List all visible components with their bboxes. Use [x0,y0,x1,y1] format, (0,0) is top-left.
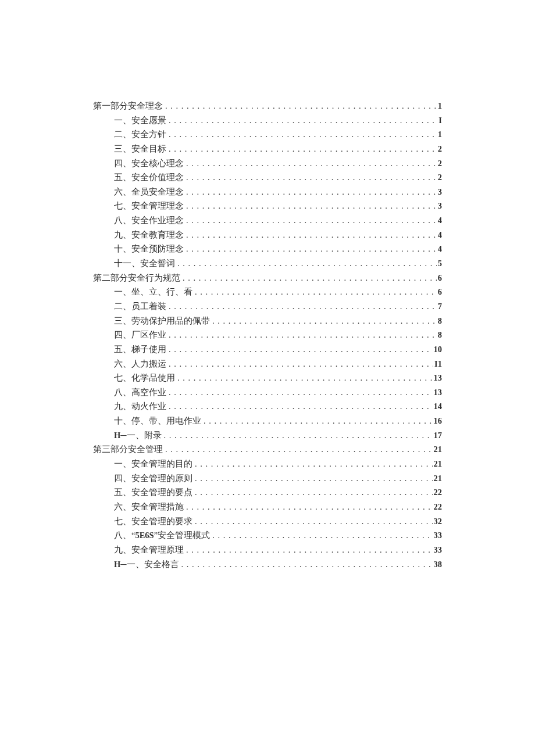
toc-entry: 八、高空作业13 [93,385,442,400]
toc-leader-dots [169,357,433,371]
toc-entry: 二、员工着装7 [93,299,442,314]
toc-entry-label: 三、安全目标 [114,142,166,156]
toc-entry-label: 十、停、带、用电作业 [114,414,201,428]
toc-leader-dots [165,99,437,113]
toc-entry: 十一、安全誓词5 [93,256,442,271]
toc-entry-page: 1 [437,99,442,113]
toc-entry-page: 16 [433,414,443,428]
toc-leader-dots [164,428,433,443]
toc-entry: 第三部分安全管理21 [93,442,442,457]
toc-leader-dots [186,213,437,228]
toc-entry-page: 21 [433,457,443,471]
toc-entry-label: H─一、附录 [114,428,162,443]
toc-entry-label: 四、厂区作业 [114,328,166,342]
toc-entry: 十、安全预防理念4 [93,242,442,256]
toc-entry: H─一、附录17 [93,428,442,443]
toc-entry-label: H─一、安全格言 [114,557,179,572]
toc-entry-page: 4 [437,228,442,242]
toc-entry-label: 七、安全管理的要求 [114,514,192,529]
table-of-contents: 第一部分安全理念1一、安全愿景I二、安全方针1三、安全目标2四、安全核心理念2五… [93,99,442,571]
toc-leader-dots [181,557,433,572]
toc-entry-page: 5 [437,256,442,271]
toc-entry-page: 2 [437,142,442,156]
toc-entry-page: 14 [433,399,443,414]
toc-entry-label: 九、动火作业 [114,399,166,414]
toc-entry: 第一部分安全理念1 [93,99,442,113]
toc-entry-page: 10 [433,342,443,357]
toc-leader-dots [169,127,437,142]
toc-entry-label: 四、安全管理的原则 [114,471,192,486]
toc-entry-page: 38 [433,557,443,572]
toc-entry-page: 32 [433,514,443,529]
toc-entry: 八、安全作业理念4 [93,213,442,228]
toc-leader-dots [186,228,437,242]
toc-leader-dots [169,342,433,357]
toc-entry: 八、“5E6S”安全管理模式33 [93,528,442,543]
toc-entry-label: 九、安全管理原理 [114,543,184,557]
toc-entry-label: 十、安全预防理念 [114,242,184,256]
toc-leader-dots [169,142,437,156]
toc-entry-page: 21 [433,442,443,457]
toc-leader-dots [165,442,433,457]
toc-leader-dots [195,457,433,471]
toc-leader-dots [204,414,433,428]
toc-leader-dots [177,256,437,271]
toc-entry: H─一、安全格言38 [93,557,442,572]
toc-entry: 一、安全管理的目的21 [93,457,442,471]
toc-entry: 一、坐、立、行、看6 [93,285,442,299]
toc-entry-label: 九、安全教育理念 [114,228,184,242]
toc-entry: 九、安全教育理念4 [93,228,442,242]
toc-entry-label: 十一、安全誓词 [114,256,175,271]
toc-entry: 一、安全愿景I [93,113,442,128]
toc-entry-page: 3 [437,199,442,213]
toc-leader-dots [186,242,437,256]
toc-entry-label: 六、安全管理措施 [114,500,184,514]
toc-entry-page: 17 [433,428,443,443]
toc-entry: 五、安全管理的要点22 [93,485,442,500]
toc-leader-dots [186,185,437,199]
toc-entry: 三、劳动保护用品的佩带8 [93,314,442,328]
toc-entry: 十、停、带、用电作业16 [93,414,442,428]
toc-entry-label: 三、劳动保护用品的佩带 [114,314,210,328]
toc-entry-label: 一、坐、立、行、看 [114,285,192,299]
toc-entry-label: 二、安全方针 [114,127,166,142]
toc-leader-dots [177,371,433,385]
toc-entry-page: 22 [433,485,443,500]
toc-entry: 二、安全方针1 [93,127,442,142]
toc-leader-dots [212,528,432,543]
toc-entry-page: 4 [437,213,442,228]
toc-leader-dots [186,500,433,514]
toc-entry-page: 3 [437,185,442,199]
toc-entry-label: 第三部分安全管理 [93,442,163,457]
toc-entry-label: 六、人力搬运 [114,357,166,371]
toc-entry: 七、安全管理理念3 [93,199,442,213]
toc-entry-page: 22 [433,500,443,514]
toc-entry: 四、安全管理的原则21 [93,471,442,486]
toc-leader-dots [195,285,437,299]
toc-entry-page: 2 [437,170,442,185]
toc-entry-label: 四、安全核心理念 [114,156,184,171]
toc-entry-page: 13 [433,385,443,400]
toc-leader-dots [183,271,437,285]
toc-leader-dots [169,399,433,414]
toc-entry-page: 13 [433,371,443,385]
toc-entry-page: I1 [433,357,442,371]
toc-leader-dots [212,314,437,328]
toc-entry-label: 一、安全管理的目的 [114,457,192,471]
toc-leader-dots [169,299,437,314]
toc-entry-page: 4 [437,242,442,256]
toc-entry-page: 33 [433,528,443,543]
toc-leader-dots [169,113,437,128]
toc-leader-dots [186,199,437,213]
toc-entry: 四、安全核心理念2 [93,156,442,171]
toc-leader-dots [186,156,437,171]
toc-entry: 七、化学品使用13 [93,371,442,385]
toc-leader-dots [186,170,437,185]
toc-entry-page: 7 [437,299,442,314]
toc-entry: 九、动火作业14 [93,399,442,414]
toc-entry: 五、安全价值理念2 [93,170,442,185]
toc-entry-label: 二、员工着装 [114,299,166,314]
toc-entry: 九、安全管理原理33 [93,543,442,557]
toc-entry-label: 五、安全价值理念 [114,170,184,185]
toc-entry: 七、安全管理的要求32 [93,514,442,529]
